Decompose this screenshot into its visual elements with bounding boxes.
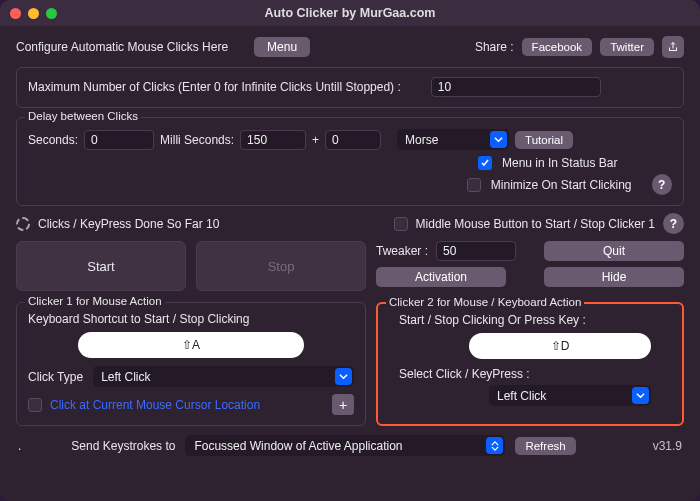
clicker2-box: Clicker 2 for Mouse / Keyboard Action St…: [376, 302, 684, 426]
clicker1-box: Clicker 1 for Mouse Action Keyboard Shor…: [16, 302, 366, 426]
chevron-down-icon: [632, 387, 649, 404]
version-label: v31.9: [653, 439, 682, 453]
minimize-icon[interactable]: [28, 8, 39, 19]
facebook-button[interactable]: Facebook: [522, 38, 593, 56]
minimize-label: Minimize On Start Clicking: [491, 178, 632, 192]
send-keystrokes-label: Send Keystrokes to: [71, 439, 175, 453]
minimize-checkbox[interactable]: [467, 178, 481, 192]
clicker1-legend: Clicker 1 for Mouse Action: [25, 295, 165, 307]
activation-button[interactable]: Activation: [376, 267, 506, 287]
middle-mouse-label: Middle Mouse Button to Start / Stop Clic…: [416, 217, 655, 231]
ms-label: Milli Seconds:: [160, 133, 234, 147]
send-target-value: Focussed Window of Active Application: [194, 439, 402, 453]
share-label: Share :: [475, 40, 514, 54]
chevron-down-icon: [490, 131, 507, 148]
plus-label: +: [312, 133, 319, 147]
help2-icon[interactable]: ?: [663, 213, 684, 234]
clicker2-shortcut-label: Start / Stop Clicking Or Press Key :: [389, 313, 671, 327]
clicktype-label: Click Type: [28, 370, 83, 384]
close-icon[interactable]: [10, 8, 21, 19]
footer-dot: .: [18, 439, 21, 453]
clicker1-shortcut-label: Keyboard Shortcut to Start / Stop Clicki…: [28, 312, 354, 326]
max-clicks-box: Maximum Number of Clicks (Enter 0 for In…: [16, 67, 684, 108]
configure-label: Configure Automatic Mouse Clicks Here: [16, 40, 228, 54]
seconds-label: Seconds:: [28, 133, 78, 147]
clicktype-select[interactable]: Left Click: [93, 366, 354, 387]
cursor-location-label[interactable]: Click at Current Mouse Cursor Location: [50, 398, 260, 412]
share-icon[interactable]: [662, 36, 684, 58]
clicks-done-label: Clicks / KeyPress Done So Far 10: [38, 217, 219, 231]
stop-button[interactable]: Stop: [196, 241, 366, 291]
clicker2-select-value: Left Click: [497, 389, 546, 403]
delay-box: Delay between Clicks Seconds: Milli Seco…: [16, 117, 684, 206]
spinner-icon: [16, 217, 30, 231]
menu-statusbar-label: Menu in In Status Bar: [502, 156, 617, 170]
seconds-input[interactable]: [84, 130, 154, 150]
zoom-icon[interactable]: [46, 8, 57, 19]
menu-statusbar-checkbox[interactable]: [478, 156, 492, 170]
titlebar: Auto Clicker by MurGaa.com: [0, 0, 700, 26]
tweaker-label: Tweaker :: [376, 244, 428, 258]
menu-button[interactable]: Menu: [254, 37, 310, 57]
ms-input[interactable]: [240, 130, 306, 150]
tweaker-input[interactable]: [436, 241, 516, 261]
preset-select[interactable]: Morse: [397, 129, 509, 150]
max-clicks-input[interactable]: [431, 77, 601, 97]
clicker2-legend: Clicker 2 for Mouse / Keyboard Action: [386, 296, 584, 308]
refresh-button[interactable]: Refresh: [515, 437, 575, 455]
clicktype-value: Left Click: [101, 370, 150, 384]
extra-ms-input[interactable]: [325, 130, 381, 150]
cursor-location-checkbox[interactable]: [28, 398, 42, 412]
max-clicks-label: Maximum Number of Clicks (Enter 0 for In…: [28, 80, 401, 94]
clicker2-shortcut-field[interactable]: ⇧D: [469, 333, 651, 359]
twitter-button[interactable]: Twitter: [600, 38, 654, 56]
middle-mouse-checkbox[interactable]: [394, 217, 408, 231]
tutorial-button[interactable]: Tutorial: [515, 131, 573, 149]
send-target-select[interactable]: Focussed Window of Active Application: [185, 435, 505, 456]
clicker2-select-label: Select Click / KeyPress :: [389, 367, 671, 381]
delay-legend: Delay between Clicks: [25, 110, 141, 122]
clicker2-select[interactable]: Left Click: [489, 385, 651, 406]
start-button[interactable]: Start: [16, 241, 186, 291]
add-location-button[interactable]: +: [332, 394, 354, 415]
hide-button[interactable]: Hide: [544, 267, 684, 287]
window-title: Auto Clicker by MurGaa.com: [0, 6, 700, 20]
updown-icon: [486, 437, 503, 454]
window-controls: [10, 8, 57, 19]
chevron-down-icon: [335, 368, 352, 385]
preset-value: Morse: [405, 133, 438, 147]
help-icon[interactable]: ?: [652, 174, 672, 195]
quit-button[interactable]: Quit: [544, 241, 684, 261]
clicker1-shortcut-field[interactable]: ⇧A: [78, 332, 304, 358]
